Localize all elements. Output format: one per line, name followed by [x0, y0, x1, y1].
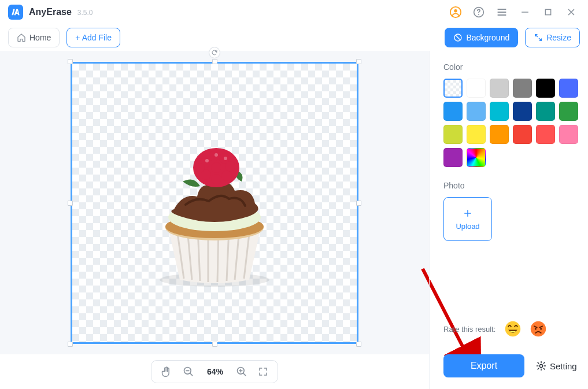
side-panel: Color Photo Upload Rate this result: Ex [429, 51, 588, 389]
color-swatch-18[interactable] [443, 148, 463, 167]
resize-handle-s[interactable] [212, 342, 217, 347]
gear-icon [536, 361, 546, 371]
resize-handle-nw[interactable] [68, 59, 73, 64]
menu-icon[interactable] [493, 3, 511, 21]
close-icon[interactable] [563, 3, 580, 21]
pan-tool-icon[interactable] [161, 366, 172, 377]
background-button[interactable]: Background [445, 28, 518, 47]
svg-rect-4 [545, 9, 550, 14]
canvas-area [0, 51, 429, 354]
color-swatch-13[interactable] [467, 125, 486, 144]
color-swatch-1[interactable] [467, 79, 486, 98]
account-icon[interactable] [447, 3, 464, 21]
setting-button[interactable]: Setting [536, 361, 577, 371]
svg-point-1 [454, 9, 457, 12]
color-swatch-12[interactable] [443, 125, 463, 144]
resize-handle-ne[interactable] [356, 59, 361, 64]
resize-button[interactable]: Resize [525, 28, 580, 47]
resize-handle-sw[interactable] [68, 342, 73, 347]
color-swatch-2[interactable] [490, 79, 509, 98]
svg-point-29 [539, 364, 542, 367]
setting-label: Setting [550, 361, 577, 371]
canvas-border [71, 62, 358, 344]
add-file-button[interactable]: + Add File [66, 28, 120, 47]
resize-handle-n[interactable] [212, 59, 217, 64]
export-label: Export [471, 361, 497, 371]
color-swatch-4[interactable] [536, 79, 555, 98]
color-swatch-9[interactable] [513, 102, 532, 121]
app-name: AnyErase [29, 7, 72, 17]
color-swatch-19[interactable] [467, 148, 486, 167]
upload-label: Upload [456, 222, 479, 231]
color-swatch-10[interactable] [536, 102, 555, 121]
canvas-selection[interactable] [71, 62, 358, 344]
export-button[interactable]: Export [443, 354, 524, 377]
rate-good-icon[interactable] [505, 321, 521, 337]
rotate-handle[interactable] [209, 47, 220, 58]
add-file-label: + Add File [75, 33, 112, 42]
resize-label: Resize [546, 33, 571, 42]
action-row: Export Setting [443, 354, 574, 377]
zoom-bar: 64% [0, 354, 429, 389]
fullscreen-icon[interactable] [258, 366, 268, 377]
svg-point-3 [478, 14, 479, 15]
resize-handle-se[interactable] [356, 342, 361, 347]
minimize-icon[interactable] [516, 3, 534, 21]
color-swatch-7[interactable] [467, 102, 486, 121]
color-swatch-17[interactable] [559, 125, 578, 144]
color-swatch-5[interactable] [559, 79, 578, 98]
photo-section-title: Photo [443, 181, 574, 190]
help-icon[interactable] [470, 3, 487, 21]
rate-label: Rate this result: [443, 325, 495, 334]
zoom-out-icon[interactable] [183, 366, 194, 377]
zoom-value: 64% [205, 367, 225, 376]
color-swatch-6[interactable] [443, 102, 463, 121]
color-swatch-14[interactable] [490, 125, 509, 144]
title-bar: AnyErase 3.5.0 [0, 0, 588, 24]
upload-photo-button[interactable]: Upload [443, 197, 492, 241]
svg-point-26 [531, 321, 546, 336]
color-swatch-0[interactable] [443, 79, 463, 98]
app-logo [8, 5, 23, 20]
toolbar: Home + Add File Background Resize [0, 24, 588, 51]
color-swatch-16[interactable] [536, 125, 555, 144]
resize-handle-w[interactable] [68, 201, 73, 206]
plus-icon [463, 208, 473, 218]
color-swatches [443, 79, 574, 167]
svg-point-25 [505, 321, 520, 336]
zoom-in-icon[interactable] [236, 366, 247, 377]
zoom-controls: 64% [151, 360, 278, 383]
color-swatch-8[interactable] [490, 102, 509, 121]
color-section-title: Color [443, 62, 574, 72]
background-label: Background [466, 33, 509, 42]
color-swatch-3[interactable] [513, 79, 532, 98]
rate-row: Rate this result: [443, 321, 574, 337]
svg-point-27 [535, 328, 537, 329]
svg-point-28 [540, 328, 542, 329]
rate-bad-icon[interactable] [530, 321, 546, 337]
app-version: 3.5.0 [77, 9, 93, 17]
color-swatch-11[interactable] [559, 102, 578, 121]
home-label: Home [29, 33, 51, 42]
transparent-background [72, 64, 357, 342]
resize-handle-e[interactable] [356, 201, 361, 206]
maximize-icon[interactable] [539, 3, 557, 21]
home-button[interactable]: Home [8, 28, 60, 47]
color-swatch-15[interactable] [513, 125, 532, 144]
